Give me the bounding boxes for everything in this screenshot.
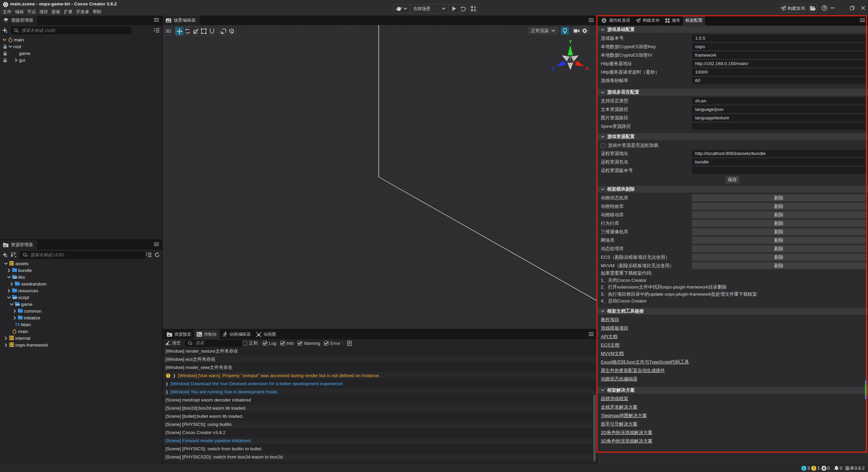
assets-node-initialize[interactable]: initialize — [0, 314, 162, 321]
assets-node-main[interactable]: main — [0, 328, 162, 335]
assets-filter-icon[interactable] — [146, 253, 152, 257]
assets-node-assets[interactable]: assets — [0, 260, 162, 267]
hierarchy-panel-tab[interactable]: 层级管理器 — [0, 16, 37, 25]
clear-console-button[interactable]: 清空 — [165, 340, 181, 346]
log-row-1[interactable]: [Window] render_texture文件夹存在 — [163, 347, 597, 355]
doc-link[interactable]: 教程项目 — [601, 317, 619, 323]
field-input[interactable]: language/texture — [692, 114, 866, 121]
section-header[interactable]: 游戏资源配置 — [597, 133, 868, 140]
doc-link[interactable]: Excel格式转Json文件与TypeScript代码工具 — [601, 359, 689, 365]
doc-link[interactable]: MVVM文档 — [601, 351, 624, 357]
console-filter-Error[interactable]: Error — [324, 341, 340, 346]
chevron-right-icon[interactable] — [14, 316, 16, 320]
assets-panel-tab[interactable]: 资源管理器 — [0, 240, 37, 250]
doc-link[interactable]: ECS文档 — [601, 342, 619, 348]
help-button[interactable]: ? — [821, 4, 828, 12]
doc-link[interactable]: 全栈开发解决方案 — [601, 404, 637, 410]
remove-module-button[interactable]: 剔除 — [692, 220, 866, 227]
window-minimize-button[interactable] — [830, 6, 835, 10]
log-row-12[interactable]: [Scene] Forward render pipeline initiali… — [163, 437, 597, 445]
console-tab-4[interactable]: 动画图 — [253, 330, 279, 339]
menu-item-7[interactable]: 开发者 — [74, 9, 91, 15]
info-count[interactable]: i3 — [801, 466, 810, 471]
preview-qr-button[interactable] — [469, 4, 478, 13]
console-tab-1[interactable]: 资源预览 — [164, 330, 194, 339]
doc-link[interactable]: 2D角色扮演游戏解决方案 — [601, 430, 652, 436]
log-row-3[interactable]: [Window] model_view文件夹存在 — [163, 363, 597, 372]
chevron-right-icon[interactable] — [5, 336, 7, 340]
checkbox-checked-icon[interactable] — [280, 341, 285, 346]
menu-item-6[interactable]: 扩展 — [62, 9, 74, 15]
remove-module-button[interactable]: 剔除 — [692, 228, 866, 235]
chevron-right-icon[interactable] — [5, 343, 7, 347]
menu-item-4[interactable]: 项目 — [38, 9, 50, 15]
assets-node-resources[interactable]: resources — [0, 287, 162, 294]
console-filter-正则[interactable]: 正则 — [243, 340, 258, 346]
doc-link[interactable]: Tiledmap地图解决方案 — [601, 413, 647, 419]
checkbox-empty-icon[interactable] — [601, 143, 605, 148]
field-input[interactable]: language/json — [692, 106, 866, 113]
hierarchy-menu-icon[interactable] — [154, 18, 159, 22]
hierarchy-search-input[interactable]: 搜索名称或 UUID — [11, 27, 131, 34]
field-input[interactable]: 60 — [692, 77, 866, 84]
log-row-4[interactable]: ❯[Window] [Vue warn]: Property "onInput"… — [163, 372, 597, 380]
assets-search-input[interactable]: 搜索名称或 UUID — [20, 251, 145, 259]
field-input[interactable]: zh,en — [692, 97, 866, 104]
notification-count[interactable]: 0 — [834, 466, 842, 471]
assets-node-common[interactable]: common — [0, 308, 162, 314]
rect-tool-button[interactable] — [200, 27, 208, 35]
device-select[interactable] — [393, 4, 410, 13]
chevron-down-icon[interactable] — [3, 39, 6, 41]
log-row-9[interactable]: [Scene] [bullet]:bullet wasm lib loaded. — [163, 412, 597, 420]
console-filter-Info[interactable]: Info — [280, 341, 294, 346]
inspector-tab-3[interactable]: 服务 — [663, 16, 683, 25]
remove-module-button[interactable]: 剔除 — [692, 254, 866, 261]
field-input[interactable]: oops — [692, 43, 866, 50]
inspector-scrollbar[interactable] — [865, 380, 867, 399]
field-input[interactable]: framework — [692, 52, 866, 59]
doc-link[interactable]: 动画状态机编辑器 — [601, 376, 637, 382]
inspector-tab-2[interactable]: 构建发布 — [633, 16, 663, 25]
assets-refresh-icon[interactable] — [155, 252, 160, 257]
assets-node-internal[interactable]: internal — [0, 335, 162, 341]
console-tab-2[interactable]: 控制台 — [194, 330, 220, 339]
field-input[interactable] — [692, 167, 866, 174]
chevron-right-icon[interactable] — [14, 309, 16, 313]
remove-module-button[interactable]: 剔除 — [692, 237, 866, 244]
create-asset-button[interactable] — [2, 252, 7, 257]
console-scrollbar[interactable] — [593, 395, 596, 461]
log-expand-icon[interactable]: ❯ — [165, 390, 168, 394]
open-project-folder-button[interactable] — [809, 4, 817, 13]
field-input[interactable]: 10000 — [692, 68, 866, 76]
chevron-down-icon[interactable] — [8, 45, 12, 48]
doc-link[interactable]: 3D角色扮演游戏解决方案 — [601, 438, 652, 444]
log-row-11[interactable]: [Scene] Cocos Creator v3.8.2 — [163, 429, 597, 437]
log-row-8[interactable]: [Scene] [box2d]:box2d wasm lib loaded. — [163, 404, 597, 412]
chevron-right-icon[interactable] — [15, 58, 17, 62]
chevron-right-icon[interactable] — [11, 282, 13, 286]
console-filter-Log[interactable]: Log — [263, 341, 276, 346]
section-header[interactable]: 游戏基础配置 — [597, 26, 868, 33]
assets-node-bundle[interactable]: bundle — [0, 267, 162, 274]
move-tool-button[interactable] — [175, 27, 183, 35]
console-filter-Warning[interactable]: Warning — [298, 341, 320, 346]
remove-module-button[interactable]: 剔除 — [692, 211, 866, 218]
console-menu-icon[interactable] — [589, 332, 594, 336]
hierarchy-node-main[interactable]: main — [0, 36, 162, 43]
log-row-2[interactable]: [Window] ecs文件夹存在 — [163, 355, 597, 363]
section-header[interactable]: 框架文档工具链接 — [597, 308, 868, 315]
scene-viewport[interactable]: 3D 正常渲染 YXZ — [163, 25, 597, 329]
remove-module-button[interactable]: 剔除 — [692, 203, 866, 210]
inspector-tab-1[interactable]: 属性检查器 — [599, 16, 633, 25]
log-row-6[interactable]: ❯[Window] You are running Vue in develop… — [163, 388, 597, 396]
chevron-right-icon[interactable] — [8, 289, 10, 293]
toggle-3d-button[interactable]: 3D — [164, 27, 172, 35]
inspector-tab-4[interactable]: 框架配置 — [683, 16, 705, 25]
scene-editor-tab[interactable]: 场景编辑器 — [163, 16, 200, 25]
create-node-button[interactable] — [2, 28, 7, 33]
menu-item-3[interactable]: 节点 — [25, 9, 38, 15]
log-expand-icon[interactable]: ❯ — [173, 373, 176, 378]
scene-light-button[interactable] — [561, 27, 569, 35]
doc-link[interactable]: 游戏模板项目 — [601, 325, 628, 331]
menu-item-5[interactable]: 面板 — [50, 9, 62, 15]
